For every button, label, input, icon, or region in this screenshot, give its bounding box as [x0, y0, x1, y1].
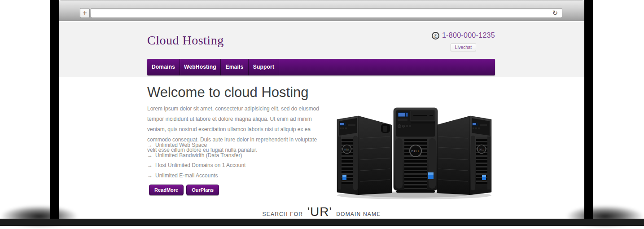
server-towers-image: DELL	[333, 104, 495, 201]
feature-label: Unlimited E-mail Accounts	[155, 172, 218, 179]
server-right: DELL	[437, 116, 491, 195]
main-nav: Domains WebHosting Emails Support	[147, 59, 495, 75]
ourplans-button[interactable]: OurPlans	[186, 185, 219, 195]
arrow-icon: →	[147, 142, 153, 148]
search-banner-suffix: DOMAIN NAME	[336, 211, 381, 217]
new-tab-button[interactable]: +	[80, 8, 90, 18]
server-center: DELL	[394, 108, 438, 193]
phone-icon: ✆	[432, 32, 439, 40]
feature-item: →Unlimited Bandwidth (Data Transfer)	[147, 150, 245, 161]
monitor-bezel-left	[50, 0, 59, 219]
readmore-button[interactable]: ReadMore	[149, 185, 184, 195]
monitor-bezel-right	[584, 0, 593, 219]
browser-window: + ↻ Cloud Hosting ✆ 1-800-000-1235 Livec…	[59, 0, 584, 219]
feature-label: Unlimited Bandwidth (Data Transfer)	[155, 152, 242, 159]
search-banner-highlight: 'UR'	[307, 205, 332, 219]
feature-label: Host Unlimited Domains on 1 Account	[155, 162, 245, 168]
feature-item: →Unlimited E-mail Accounts	[147, 171, 245, 181]
arrow-icon: →	[147, 172, 153, 179]
feature-item: →Unlimited Web Space	[147, 140, 245, 150]
search-domain-banner: SEARCH FOR 'UR' DOMAIN NAME	[59, 205, 584, 219]
svg-text:DELL: DELL	[411, 150, 420, 153]
feature-label: Unlimited Web Space	[155, 142, 207, 148]
nav-item-domains[interactable]: Domains	[147, 59, 180, 75]
server-towers-svg: DELL	[333, 104, 495, 201]
feature-list: →Unlimited Web Space →Unlimited Bandwidt…	[147, 140, 245, 181]
phone-number: 1-800-000-1235	[442, 31, 495, 40]
nav-item-webhosting[interactable]: WebHosting	[180, 59, 221, 75]
livechat-button[interactable]: Livechat	[451, 44, 476, 51]
monitor-bottom-bezel	[0, 219, 644, 226]
page-title: Welcome to cloud Hosting	[147, 84, 309, 101]
search-banner-prefix: SEARCH FOR	[263, 211, 303, 217]
contact-block: ✆ 1-800-000-1235 Livechat	[432, 31, 495, 51]
arrow-icon: →	[147, 162, 153, 168]
feature-item: →Host Unlimited Domains on 1 Account	[147, 160, 245, 171]
monitor-mockup: + ↻ Cloud Hosting ✆ 1-800-000-1235 Livec…	[0, 0, 644, 229]
url-input[interactable]	[95, 9, 534, 17]
svg-text:DELL: DELL	[344, 149, 350, 151]
browser-toolbar: + ↻	[59, 0, 584, 21]
phone-row: ✆ 1-800-000-1235	[432, 31, 495, 40]
svg-text:DELL: DELL	[479, 149, 484, 151]
nav-item-support[interactable]: Support	[249, 59, 279, 75]
server-left: DELL	[337, 116, 392, 195]
site-logo[interactable]: Cloud Hosting	[147, 33, 224, 48]
nav-item-emails[interactable]: Emails	[221, 59, 249, 75]
hero-buttons: ReadMore OurPlans	[149, 185, 219, 195]
refresh-icon[interactable]: ↻	[552, 9, 558, 17]
url-bar[interactable]: ↻	[91, 8, 562, 18]
arrow-icon: →	[147, 152, 153, 159]
